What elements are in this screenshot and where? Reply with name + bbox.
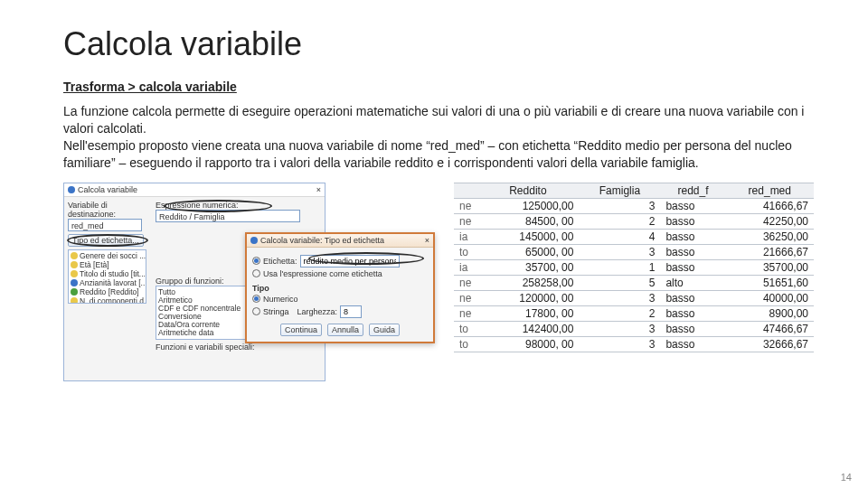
var-icon (71, 288, 78, 296)
table-cell: to (454, 244, 476, 259)
table-cell: 17800, 00 (476, 305, 579, 321)
radio-icon[interactable] (252, 257, 260, 265)
dest-var-label: Variabile di destinazione: (68, 201, 146, 219)
radio-icon[interactable] (252, 269, 260, 277)
table-cell: ia (454, 259, 476, 275)
var-item[interactable]: Genere dei socci ... (80, 251, 146, 260)
table-row: to142400,003basso47466,67 (454, 321, 814, 336)
table-cell: 125000,00 (476, 198, 579, 213)
table-cell: 3 (579, 198, 660, 213)
table-row: ia145000, 004basso36250,00 (454, 229, 814, 244)
use-expr-option: Usa l'espressione come etichetta (263, 269, 382, 278)
close-icon[interactable]: × (425, 236, 429, 245)
table-cell: 35700,00 (726, 259, 814, 275)
table-cell: to (454, 321, 476, 336)
var-item[interactable]: Età [Età] (80, 260, 109, 269)
table-row: ne120000, 003basso40000,00 (454, 290, 814, 305)
table-row: ia35700, 001basso35700,00 (454, 259, 814, 275)
radio-icon[interactable] (252, 307, 260, 315)
table-cell: basso (660, 244, 725, 259)
compute-variable-dialog: Calcola variabile × Variabile di destina… (63, 183, 326, 381)
table-row: ne125000,003basso41666,67 (454, 198, 814, 213)
var-item[interactable]: N. di componenti d... (80, 296, 146, 304)
table-cell: 120000, 00 (476, 290, 579, 305)
page-number: 14 (841, 472, 852, 483)
etichetta-label: Etichetta: (263, 257, 297, 266)
table-cell: 142400,00 (476, 321, 579, 336)
var-icon (71, 261, 78, 268)
subdialog-title: Calcola variabile: Tipo ed etichetta (260, 236, 384, 245)
data-table: Reddito Famiglia redd_f red_med ne125000… (454, 183, 814, 352)
app-icon (68, 186, 75, 193)
table-cell: basso (660, 321, 725, 336)
table-cell: 8900,00 (726, 305, 814, 321)
table-cell: 21666,67 (726, 244, 814, 259)
table-cell: basso (660, 336, 725, 352)
type-label-dialog: Calcola variabile: Tipo ed etichetta × E… (245, 232, 435, 343)
cancel-button[interactable]: Annulla (327, 324, 363, 336)
table-row: to98000, 003basso32666,67 (454, 336, 814, 352)
table-cell: ne (454, 213, 476, 229)
width-label: Larghezza: (297, 307, 338, 316)
table-row: ne84500, 002basso42250,00 (454, 213, 814, 229)
table-cell: 41666,67 (726, 198, 814, 213)
table-cell: 35700, 00 (476, 259, 579, 275)
table-cell: 51651,60 (726, 275, 814, 290)
description-paragraph: La funzione calcola permette di eseguire… (63, 103, 814, 172)
dest-var-input[interactable]: red_med (68, 219, 142, 231)
variable-list[interactable]: Genere dei socci ... Età [Età] Titolo di… (68, 249, 146, 304)
table-cell: ne (454, 290, 476, 305)
table-cell: basso (660, 305, 725, 321)
col-famiglia: Famiglia (579, 183, 660, 198)
page-title: Calcola variabile (63, 25, 814, 63)
var-icon (71, 279, 78, 286)
tipo-label: Tipo (252, 284, 428, 293)
var-item[interactable]: Titolo di studio [tit... (80, 269, 146, 278)
subdialog-titlebar: Calcola variabile: Tipo ed etichetta × (247, 234, 433, 248)
table-row: ne17800, 002basso8900,00 (454, 305, 814, 321)
table-cell: 4 (579, 229, 660, 244)
dialog-title: Calcola variabile (78, 185, 137, 194)
table-cell: ne (454, 275, 476, 290)
table-cell: 65000, 00 (476, 244, 579, 259)
table-cell: 3 (579, 336, 660, 352)
close-icon[interactable]: × (316, 185, 321, 194)
var-icon (71, 270, 78, 277)
dialog-titlebar: Calcola variabile × (64, 183, 325, 197)
var-icon (71, 252, 78, 259)
string-radio-label: Stringa (263, 307, 289, 316)
numeric-radio-label: Numerico (263, 295, 298, 304)
table-cell: 3 (579, 290, 660, 305)
radio-icon[interactable] (252, 295, 260, 303)
callout-ellipse (67, 234, 148, 247)
continue-button[interactable]: Continua (280, 324, 322, 336)
table-cell: 84500, 00 (476, 213, 579, 229)
table-cell: 40000,00 (726, 290, 814, 305)
help-button[interactable]: Guida (369, 324, 400, 336)
callout-ellipse (308, 252, 424, 265)
table-cell: basso (660, 290, 725, 305)
table-cell: ne (454, 305, 476, 321)
table-row: to65000, 003basso21666,67 (454, 244, 814, 259)
table-cell: basso (660, 229, 725, 244)
table-cell: 1 (579, 259, 660, 275)
table-cell: 2 (579, 213, 660, 229)
width-input[interactable] (340, 305, 362, 318)
var-item[interactable]: Reddito [Reddito] (80, 287, 139, 296)
func-list-label: Funzioni e variabili speciali: (156, 343, 321, 352)
var-icon (71, 297, 78, 304)
table-cell: 42250,00 (726, 213, 814, 229)
table-cell: 2 (579, 305, 660, 321)
table-cell: 258258,00 (476, 275, 579, 290)
table-cell: 5 (579, 275, 660, 290)
table-cell: 3 (579, 244, 660, 259)
table-row: ne258258,005alto51651,60 (454, 275, 814, 290)
table-cell: alto (660, 275, 725, 290)
table-cell: 3 (579, 321, 660, 336)
table-cell: ia (454, 229, 476, 244)
table-cell: basso (660, 259, 725, 275)
col-reddito: Reddito (476, 183, 579, 198)
app-icon (250, 237, 258, 244)
table-cell: 98000, 00 (476, 336, 579, 352)
var-item[interactable]: Anzianità lavorat [... (80, 278, 146, 287)
